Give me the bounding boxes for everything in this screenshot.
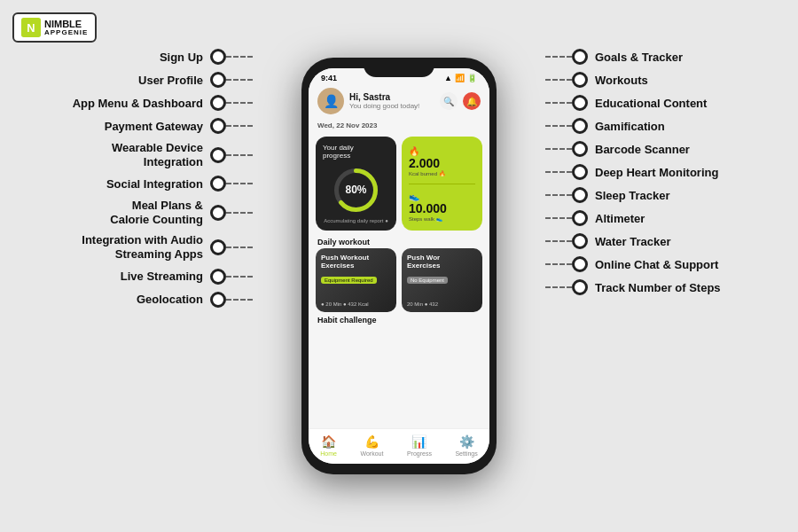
home-label: Home [320,450,337,457]
left-features: Sign Up User Profile App Menu & Dashboar… [0,49,253,315]
logo-icon: N [21,18,41,37]
right-feature-sleep: Sleep Tracker [545,187,798,203]
settings-label: Settings [455,450,477,457]
home-icon: 🏠 [321,434,336,449]
dot-sign-up [210,49,226,65]
workout-card-2[interactable]: Push WorExercises No Equipment 20 Min ● … [402,248,482,312]
app-header: 👤 Hi, Sastra You doing good today! 🔍 🔔 [309,84,489,120]
sub-greeting: You doing good today! [349,102,419,110]
dot-sleep [572,187,588,203]
workout-row: Push WorkoutExercises Equipment Required… [309,248,489,312]
nav-settings[interactable]: ⚙️ Settings [455,434,477,457]
user-info: 👤 Hi, Sastra You doing good today! [317,88,419,114]
nav-workout[interactable]: 💪 Workout [360,434,383,457]
dash-app-menu [226,102,253,104]
dot-meal [210,205,226,221]
daily-progress-card: Your dailyprogress 80% Accumulating dail… [316,137,396,231]
right-feature-workouts: Workouts [545,72,798,88]
dot-barcode [572,141,588,157]
phone-frame: 9:41 ▲ 📶 🔋 👤 Hi, Sastra You doing good t… [301,58,497,474]
left-feature-sign-up: Sign Up [0,49,253,65]
nav-home[interactable]: 🏠 Home [320,434,337,457]
dash-social [226,183,253,184]
dash-meal [226,212,253,214]
progress-section: Your dailyprogress 80% Accumulating dail… [309,133,489,234]
workout1-name: Push WorkoutExercises [321,254,391,270]
battery-icon: 🔋 [467,74,477,82]
dash-live [226,276,253,278]
progress-icon: 📊 [411,434,426,449]
avatar: 👤 [317,88,344,114]
dot-steps [572,279,588,295]
workout2-badge: No Equipment [407,277,448,284]
svg-text:N: N [27,21,35,35]
greeting-text: Hi, Sastra [349,92,419,102]
stats-card: 🔥 2.000 Kcal burned 🔥 👟 10.000 Steps wal… [402,137,482,231]
dot-heart [572,164,588,180]
left-feature-live: Live Streaming [0,269,253,285]
progress-title: Your dailyprogress [323,144,389,160]
dot-user-profile [210,72,226,88]
header-icons: 🔍 🔔 [440,92,481,110]
dash-wearable [226,154,253,156]
dot-live [210,269,226,285]
right-feature-water: Water Tracker [545,233,798,249]
dash-payment [226,125,253,127]
dot-audio [210,239,226,255]
calories-stat: 🔥 2.000 Kcal burned 🔥 [409,146,475,176]
status-time: 9:41 [321,74,337,82]
dash-geo [226,299,253,301]
right-feature-altimeter: Altimeter [545,210,798,226]
workout-icon: 💪 [364,434,379,449]
dot-goals [572,49,588,65]
workout2-name: Push WorExercises [407,254,477,270]
left-feature-social: Social Integration [0,176,253,192]
right-feature-gamification: Gamification [545,118,798,134]
right-feature-chat: Online Chat & Support [545,256,798,272]
progress-circle-container: 80% [323,163,389,216]
dot-chat [572,256,588,272]
steps-value: 10.000 [409,201,475,215]
left-feature-app-menu: App Menu & Dashboard [0,95,253,111]
dot-educational [572,95,588,111]
right-feature-steps: Track Number of Steps [545,279,798,295]
search-button[interactable]: 🔍 [440,92,458,110]
workout2-meta: 20 Min ● 432 [407,301,477,307]
signal-icon: 📶 [455,74,465,82]
workout-section-title: Daily workout [309,234,489,248]
acc-label: Accumulating daily report ● [323,218,389,223]
steps-label: Steps walk 👟 [409,215,475,222]
dot-water [572,233,588,249]
progress-label: Progress [407,450,432,457]
left-feature-user-profile: User Profile [0,72,253,88]
phone-screen: 9:41 ▲ 📶 🔋 👤 Hi, Sastra You doing good t… [309,68,489,464]
logo: N NIMBLE APPGENIE [12,12,97,43]
dot-gamification [572,118,588,134]
dash-audio [226,246,253,248]
dash-goals [545,56,572,58]
logo-text: NIMBLE APPGENIE [44,19,88,37]
workout1-meta: ● 20 Min ● 432 Kcal [321,301,391,307]
calories-value: 2.000 [409,156,475,170]
dot-app-menu [210,95,226,111]
percent-label: 80% [345,184,366,196]
right-feature-barcode: Barcode Scanner [545,141,798,157]
dash-user-profile [226,79,253,81]
dash-sign-up [226,56,253,58]
dot-workouts [572,72,588,88]
nav-progress[interactable]: 📊 Progress [407,434,432,457]
left-feature-wearable: Wearable Device Integration [0,141,253,168]
date-bar: Wed, 22 Nov 2023 [309,120,489,133]
phone-mockup: 9:41 ▲ 📶 🔋 👤 Hi, Sastra You doing good t… [301,58,497,474]
steps-stat: 👟 10.000 Steps walk 👟 [409,192,475,222]
calories-label: Kcal burned 🔥 [409,170,475,176]
dot-social [210,176,226,192]
bell-button[interactable]: 🔔 [463,92,481,110]
phone-notch [364,58,434,77]
wifi-icon: ▲ [444,74,452,82]
workout-card-1[interactable]: Push WorkoutExercises Equipment Required… [316,248,396,312]
left-feature-meal: Meal Plans & Calorie Counting [0,199,253,226]
dot-altimeter [572,210,588,226]
habit-challenge-title: Habit challenge [309,312,489,326]
left-feature-payment: Payment Gateway [0,118,253,134]
